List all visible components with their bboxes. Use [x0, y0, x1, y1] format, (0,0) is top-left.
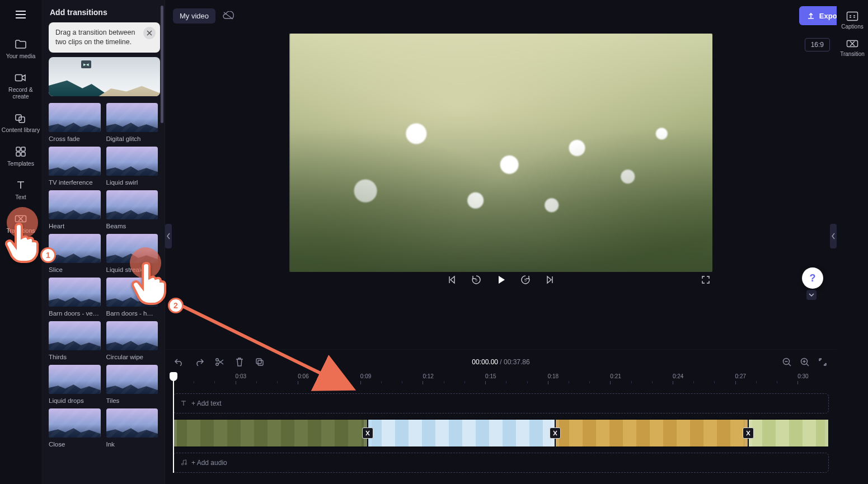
nav-text[interactable]: Text	[1, 173, 40, 206]
templates-icon	[15, 145, 27, 158]
project-title[interactable]: My video	[173, 8, 215, 24]
transition-marker[interactable]	[743, 427, 754, 439]
go-end-button[interactable]	[543, 273, 557, 286]
play-button[interactable]	[494, 273, 508, 286]
undo-button[interactable]	[173, 356, 185, 368]
transition-card[interactable]: Cross fade	[49, 103, 101, 142]
current-time: 00:00.00	[472, 358, 498, 366]
audio-track[interactable]: + Add audio	[173, 453, 829, 473]
timeline-ruler[interactable]: 0 0:030:060:090:120:150:180:210:240:270:…	[173, 373, 829, 388]
transition-thumbnail	[106, 408, 158, 438]
transition-marker[interactable]	[550, 427, 561, 439]
nav-your-media[interactable]: Your media	[1, 32, 40, 65]
aspect-ratio-button[interactable]: 16:9	[805, 38, 830, 51]
transition-label: Beams	[106, 223, 158, 229]
redo-button[interactable]	[193, 356, 205, 368]
transition-card[interactable]: Heart	[49, 190, 101, 229]
close-icon	[147, 30, 152, 36]
right-transition[interactable]: Transition	[838, 35, 867, 60]
collapse-right-button[interactable]	[830, 224, 837, 248]
delete-button[interactable]	[233, 356, 246, 368]
svg-rect-1	[16, 115, 21, 120]
duration-time: 00:37.86	[504, 358, 530, 366]
transition-card[interactable]: Liquid drops	[49, 365, 101, 404]
transition-card[interactable]: Beams	[106, 190, 158, 229]
right-captions[interactable]: Captions	[838, 8, 867, 33]
split-button[interactable]	[213, 356, 226, 368]
rewind-5-button[interactable]: 5	[470, 273, 483, 286]
svg-text:5: 5	[475, 278, 477, 282]
transition-card[interactable]: Slice	[49, 234, 101, 273]
cloud-off-icon[interactable]	[222, 11, 234, 20]
svg-rect-5	[16, 152, 20, 156]
ruler-tick: 0:27	[735, 373, 746, 379]
tip-close-button[interactable]	[143, 27, 156, 39]
nav-transitions[interactable]: Transitions	[1, 207, 40, 239]
clip-3[interactable]	[555, 419, 748, 447]
transition-marker[interactable]	[362, 427, 373, 439]
panel-title: Add transitions	[50, 8, 160, 17]
transition-thumbnail	[49, 190, 101, 219]
forward-5-button[interactable]: 5	[519, 273, 532, 286]
transition-card[interactable]: Barn doors - ve…	[49, 278, 101, 317]
clip-2[interactable]	[368, 419, 555, 447]
svg-point-11	[216, 363, 218, 365]
transition-card[interactable]: Ink	[106, 408, 158, 448]
skip-end-icon	[545, 275, 555, 285]
help-collapse-button[interactable]	[806, 290, 817, 300]
transition-label: Barn doors - ve…	[49, 310, 101, 317]
panel-scrollbar[interactable]	[161, 6, 163, 478]
zoom-out-button[interactable]	[781, 356, 793, 368]
duplicate-button[interactable]	[254, 356, 266, 368]
zoom-in-button[interactable]	[799, 356, 811, 368]
redo-icon	[194, 358, 204, 366]
trash-icon	[235, 357, 244, 367]
transition-label: Digital glitch	[106, 135, 158, 142]
transition-label: Slice	[49, 266, 101, 273]
svg-rect-17	[847, 12, 858, 21]
ruler-tick: 0:18	[548, 373, 559, 379]
transition-label: Tiles	[106, 397, 158, 404]
chevron-down-icon	[809, 293, 814, 297]
transition-thumbnail	[49, 234, 101, 263]
transition-card[interactable]: TV interference	[49, 147, 101, 186]
go-start-button[interactable]	[445, 273, 458, 286]
transition-card[interactable]: Close	[49, 408, 101, 448]
transition-card[interactable]: Thirds	[49, 321, 101, 360]
transition-thumbnail	[106, 147, 158, 176]
clip-1[interactable]	[173, 419, 368, 447]
help-button[interactable]: ?	[802, 267, 823, 289]
transition-card[interactable]: Liquid streaks	[106, 234, 158, 273]
clip-4[interactable]	[748, 419, 829, 447]
text-track-placeholder: + Add text	[191, 400, 222, 407]
svg-text:5: 5	[524, 278, 527, 282]
zoom-in-icon	[800, 357, 810, 367]
fullscreen-button[interactable]	[699, 273, 712, 286]
right-rail: Captions Transition	[837, 0, 868, 484]
nav-content-library[interactable]: Content library	[1, 106, 40, 139]
svg-rect-13	[258, 360, 263, 365]
collapse-panel-button[interactable]	[165, 224, 172, 248]
transition-card[interactable]: Tiles	[106, 365, 158, 404]
transition-card[interactable]: Barn doors - h…	[106, 278, 158, 317]
nav-templates[interactable]: Templates	[1, 140, 40, 172]
undo-icon	[174, 358, 184, 366]
nav-record-create[interactable]: Record & create	[1, 66, 40, 105]
topbar: My video Export	[165, 0, 868, 31]
text-track[interactable]: + Add text	[173, 393, 829, 413]
nav-label: Text	[15, 194, 26, 200]
fit-timeline-button[interactable]	[817, 356, 829, 368]
transition-card[interactable]: Digital glitch	[106, 103, 158, 142]
video-track[interactable]	[173, 419, 829, 447]
skip-start-icon	[447, 275, 457, 285]
transition-card[interactable]: Liquid swirl	[106, 147, 158, 186]
transition-label: Thirds	[49, 354, 101, 360]
svg-rect-6	[21, 152, 25, 156]
menu-button[interactable]	[10, 3, 32, 26]
ruler-tick: 0:09	[360, 373, 371, 379]
video-preview[interactable]	[289, 34, 712, 272]
transition-thumbnail	[106, 234, 158, 263]
nav-label: Your media	[6, 53, 36, 59]
scissors-icon	[214, 357, 224, 367]
transition-card[interactable]: Circular wipe	[106, 321, 158, 360]
